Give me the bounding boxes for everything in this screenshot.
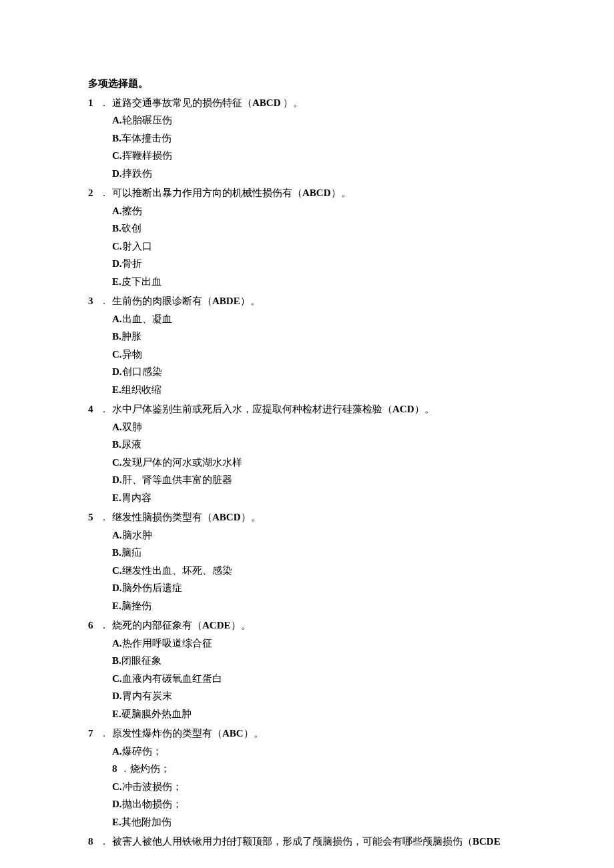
option-d: D.摔跌伤 [112, 165, 574, 183]
question-text: 继发性脑损伤类型有（ABCD）。 [112, 509, 261, 526]
question-text: 原发性爆炸伤的类型有（ABC）。 [112, 725, 264, 743]
option-c: C.异物 [112, 346, 574, 364]
question-1: 1 . 道路交通事故常见的损伤特征（ABCD ）。 [88, 95, 574, 112]
question-7: 7 . 原发性爆炸伤的类型有（ABC）。 [88, 725, 574, 743]
answer: ABCD [252, 97, 281, 108]
options-q6: A.热作用呼吸道综合征 B.闭眼征象 C.血液内有碳氧血红蛋白 D.胃内有炭末 … [88, 635, 574, 723]
question-number: 2 [88, 185, 103, 202]
answer: ABC [222, 728, 244, 739]
answer: ABCD [302, 187, 331, 198]
option-b: B.尿液 [112, 436, 574, 454]
option-a: A.轮胎碾压伤 [112, 112, 574, 129]
dot: . [103, 293, 112, 310]
options-q3: A.出血、凝血 B.肿胀 C.异物 D.创口感染 E.组织收缩 [88, 311, 574, 399]
answer: ACD [392, 404, 414, 414]
option-c: C.发现尸体的河水或湖水水样 [112, 454, 574, 472]
dot: . [103, 617, 112, 634]
question-number: 4 [88, 401, 103, 418]
option-b-numbered: 8.烧灼伤； [112, 761, 574, 778]
section-title: 多项选择题。 [88, 75, 574, 92]
dot: . [103, 725, 112, 743]
options-q4: A.双肺 B.尿液 C.发现尸体的河水或湖水水样 D.肝、肾等血供丰富的脏器 E… [88, 419, 574, 507]
question-text: 水中尸体鉴别生前或死后入水，应提取何种检材进行硅藻检验（ACD）。 [112, 401, 434, 418]
question-text: 生前伤的肉眼诊断有（ABDE）。 [112, 293, 260, 310]
dot: . [103, 509, 112, 526]
question-8: 8 . 被害人被他人用铁锹用力拍打额顶部，形成了颅脑损伤，可能会有哪些颅脑损伤（… [88, 833, 574, 851]
option-a: A.脑水肿 [112, 527, 574, 544]
dot: . [103, 185, 112, 202]
option-d: D.胃内有炭末 [112, 688, 574, 705]
dot: . [103, 95, 112, 112]
option-d: D.创口感染 [112, 364, 574, 381]
question-number: 7 [88, 725, 103, 743]
question-text: 可以推断出暴力作用方向的机械性损伤有（ABCD）。 [112, 185, 351, 202]
option-b: B.肿胀 [112, 328, 574, 346]
option-d: D.肝、肾等血供丰富的脏器 [112, 472, 574, 489]
option-b: B.闭眼征象 [112, 653, 574, 670]
options-q1: A.轮胎碾压伤 B.车体撞击伤 C.挥鞭样损伤 D.摔跌伤 [88, 112, 574, 182]
option-a: A.擦伤 [112, 203, 574, 220]
option-c: C.血液内有碳氧血红蛋白 [112, 671, 574, 688]
option-b: B.车体撞击伤 [112, 130, 574, 147]
question-number: 3 [88, 293, 103, 310]
option-c: C.射入口 [112, 238, 574, 256]
dot: . [103, 833, 112, 851]
dot: . [103, 401, 112, 418]
answer: ABDE [212, 296, 240, 306]
option-e: E.皮下出血 [112, 274, 574, 291]
options-q2: A.擦伤 B.砍创 C.射入口 D.骨折 E.皮下出血 [88, 203, 574, 291]
options-q5: A.脑水肿 B.脑疝 C.继发性出血、坏死、感染 D.脑外伤后遗症 E.脑挫伤 [88, 527, 574, 615]
question-4: 4 . 水中尸体鉴别生前或死后入水，应提取何种检材进行硅藻检验（ACD）。 [88, 401, 574, 418]
question-6: 6 . 烧死的内部征象有（ACDE）。 [88, 617, 574, 634]
question-number: 6 [88, 617, 103, 634]
option-a: A.热作用呼吸道综合征 [112, 635, 574, 653]
option-e: E.组织收缩 [112, 382, 574, 399]
question-5: 5 . 继发性脑损伤类型有（ABCD）。 [88, 509, 574, 526]
answer: BCDE [473, 836, 501, 847]
option-b: B.脑疝 [112, 544, 574, 562]
option-a: A.双肺 [112, 419, 574, 436]
option-d: D.脑外伤后遗症 [112, 580, 574, 597]
question-number: 8 [88, 833, 103, 851]
options-q7: A.爆碎伤； 8.烧灼伤； C.冲击波损伤； D.抛出物损伤； E.其他附加伤 [88, 743, 574, 831]
question-text: 被害人被他人用铁锹用力拍打额顶部，形成了颅脑损伤，可能会有哪些颅脑损伤（BCDE [112, 833, 501, 851]
answer: ACDE [202, 620, 231, 630]
option-d: D.抛出物损伤； [112, 796, 574, 813]
option-a: A.出血、凝血 [112, 311, 574, 328]
question-2: 2 . 可以推断出暴力作用方向的机械性损伤有（ABCD）。 [88, 185, 574, 202]
option-c: C.冲击波损伤； [112, 779, 574, 796]
option-c: C.挥鞭样损伤 [112, 147, 574, 165]
option-e: E.胃内容 [112, 490, 574, 507]
option-c: C.继发性出血、坏死、感染 [112, 562, 574, 580]
document-page: 多项选择题。 1 . 道路交通事故常见的损伤特征（ABCD ）。 A.轮胎碾压伤… [0, 0, 614, 868]
question-3: 3 . 生前伤的肉眼诊断有（ABDE）。 [88, 293, 574, 310]
question-text: 道路交通事故常见的损伤特征（ABCD ）。 [112, 95, 303, 112]
option-e: E.脑挫伤 [112, 598, 574, 615]
option-e: E.其他附加伤 [112, 814, 574, 831]
answer: ABCD [212, 512, 241, 522]
question-number: 1 [88, 95, 103, 112]
option-d: D.骨折 [112, 256, 574, 273]
question-number: 5 [88, 509, 103, 526]
question-text: 烧死的内部征象有（ACDE）。 [112, 617, 251, 634]
option-e: E.硬脑膜外热血肿 [112, 706, 574, 723]
option-b: B.砍创 [112, 220, 574, 238]
option-a: A.爆碎伤； [112, 743, 574, 761]
